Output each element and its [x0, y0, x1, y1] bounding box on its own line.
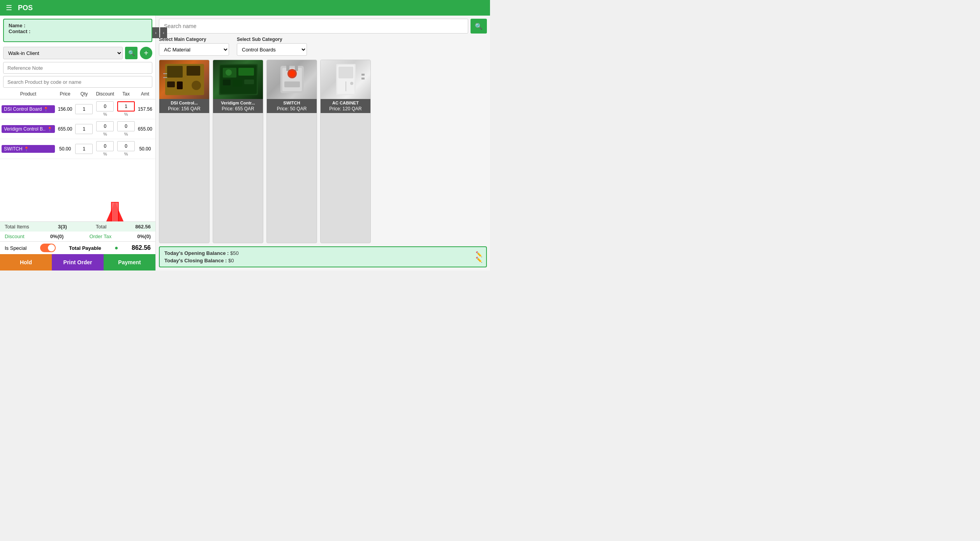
product-price-card-cabinet: Price: 120 QAR	[323, 106, 368, 111]
client-info-box: Name : Contact :	[3, 19, 152, 42]
closing-edit-icon[interactable]: ✏️	[476, 256, 482, 263]
col-product: Product	[0, 89, 56, 99]
svg-rect-29	[338, 67, 353, 78]
toggle-arrows: › ‹	[152, 27, 167, 38]
product-name-1[interactable]: DSI Control Board 📍	[2, 105, 55, 113]
print-order-button[interactable]: Print Order	[52, 254, 104, 270]
svg-rect-16	[223, 80, 231, 85]
product-img-dsi	[159, 60, 210, 99]
is-special-label: Is Special	[5, 245, 26, 251]
search-product-input[interactable]	[3, 76, 152, 88]
switch-svg	[271, 62, 314, 97]
sub-category-group: Select Sub Category Control Boards	[237, 37, 307, 56]
tax-input-3[interactable]	[117, 141, 135, 151]
contact-label: Contact :	[9, 28, 147, 34]
price-3: 50.00	[56, 139, 74, 159]
discount-row: Discount 0%(0) Order Tax 0%(0)	[0, 232, 155, 241]
col-qty: Qty	[74, 89, 94, 99]
collapse-arrow[interactable]: ‹	[160, 27, 167, 38]
product-price-card-switch: Price: 50 QAR	[269, 106, 314, 111]
amt-2: 655.00	[136, 119, 154, 139]
tax-input-1[interactable]	[117, 101, 135, 111]
svg-rect-4	[167, 66, 183, 78]
qty-input-2[interactable]	[75, 124, 93, 134]
opening-balance-line: Today's Opening Balance : $50	[164, 250, 481, 256]
tax-input-2[interactable]	[117, 121, 135, 131]
main-category-label: Select Main Category	[159, 37, 229, 42]
svg-rect-18	[244, 80, 254, 84]
qty-input-3[interactable]	[75, 144, 93, 154]
svg-rect-2	[112, 203, 118, 221]
svg-point-31	[350, 82, 353, 85]
product-card-dsi[interactable]: DSI Control... Price: 156 QAR	[159, 60, 210, 243]
hold-button[interactable]: Hold	[0, 254, 52, 270]
is-special-toggle[interactable]	[40, 244, 56, 252]
svg-rect-5	[187, 66, 200, 76]
action-buttons: Hold Print Order Payment	[0, 254, 155, 270]
client-select-row: Walk-in Client 🔍 +	[0, 45, 155, 61]
product-name-card-cabinet: AC CABINET	[323, 101, 368, 105]
product-name-card-veridigm: Veridigm Contr...	[215, 101, 261, 105]
reference-note-input[interactable]	[3, 62, 152, 74]
qty-input-1[interactable]	[75, 104, 93, 114]
product-grid: DSI Control... Price: 156 QAR	[159, 60, 487, 243]
col-delete: 🗑	[154, 89, 155, 99]
product-card-cabinet[interactable]: AC CABINET Price: 120 QAR	[320, 60, 371, 243]
closing-balance-line: Today's Closing Balance : $0	[164, 258, 481, 263]
discount-value: 0%(0)	[50, 233, 64, 239]
svg-rect-32	[361, 74, 365, 76]
main-layout: › ‹ Name : Contact : Walk-in Client 🔍 +	[0, 16, 490, 270]
product-img-switch	[267, 60, 317, 99]
total-payable-label: Total Payable	[69, 245, 101, 251]
sub-category-label: Select Sub Category	[237, 37, 307, 42]
pin-icon-1: 📍	[43, 107, 49, 112]
total-label: Total	[96, 224, 106, 230]
client-select[interactable]: Walk-in Client	[3, 47, 123, 59]
add-client-button[interactable]: +	[140, 47, 152, 59]
discount-input-2[interactable]	[96, 121, 114, 131]
product-card-switch[interactable]: SWITCH Price: 50 QAR	[266, 60, 317, 243]
expand-arrow[interactable]: ›	[152, 27, 159, 38]
bottom-section: Total Items 3(3) Total 862.56 Discount 0…	[0, 221, 155, 270]
search-button[interactable]: 🔍	[471, 19, 487, 34]
payment-button[interactable]: Payment	[104, 254, 155, 270]
order-table-container: Product Price Qty Discount Tax Amt 🗑	[0, 89, 155, 221]
svg-rect-23	[295, 65, 298, 71]
svg-point-19	[226, 69, 232, 76]
app-header: ☰ POS	[0, 0, 490, 16]
product-name-card-switch: SWITCH	[269, 101, 314, 105]
table-row: DSI Control Board 📍 156.00 % %	[0, 99, 155, 119]
left-panel: › ‹ Name : Contact : Walk-in Client 🔍 +	[0, 16, 156, 270]
svg-rect-15	[238, 68, 254, 76]
svg-rect-7	[177, 81, 183, 89]
amt-1: 157.56	[136, 99, 154, 119]
product-name-2[interactable]: Veridigm Control B.. 📍	[2, 125, 55, 133]
order-tax-label: Order Tax	[89, 233, 111, 239]
col-tax: Tax	[116, 89, 136, 99]
search-row: 🔍	[159, 19, 487, 34]
product-card-veridigm[interactable]: Veridigm Contr... Price: 655 QAR	[213, 60, 263, 243]
category-row: Select Main Category AC Material Select …	[159, 37, 487, 56]
balance-box: Today's Opening Balance : $50 Today's Cl…	[159, 246, 487, 267]
product-img-cabinet	[321, 60, 371, 99]
total-payable-value: 862.56	[132, 244, 151, 251]
product-info-veridigm: Veridigm Contr... Price: 655 QAR	[213, 99, 263, 113]
discount-input-3[interactable]	[96, 141, 114, 151]
menu-icon[interactable]: ☰	[6, 4, 12, 12]
search-client-button[interactable]: 🔍	[125, 47, 137, 59]
product-info-cabinet: AC CABINET Price: 120 QAR	[321, 99, 370, 113]
search-name-input[interactable]	[159, 19, 468, 34]
svg-rect-22	[286, 65, 289, 71]
amt-3: 50.00	[136, 139, 154, 159]
dsi-board-svg	[163, 62, 206, 97]
pin-icon-2: 📍	[47, 127, 53, 132]
table-row: Veridigm Control B.. 📍 655.00 % %	[0, 119, 155, 139]
col-discount: Discount	[94, 89, 116, 99]
svg-rect-17	[233, 80, 242, 87]
main-category-select[interactable]: AC Material	[159, 43, 229, 56]
discount-input-1[interactable]	[96, 101, 114, 111]
order-tax-value: 0%(0)	[137, 233, 151, 239]
product-name-3[interactable]: SWITCH 📍	[2, 145, 55, 153]
svg-point-8	[192, 81, 201, 90]
sub-category-select[interactable]: Control Boards	[237, 43, 307, 56]
